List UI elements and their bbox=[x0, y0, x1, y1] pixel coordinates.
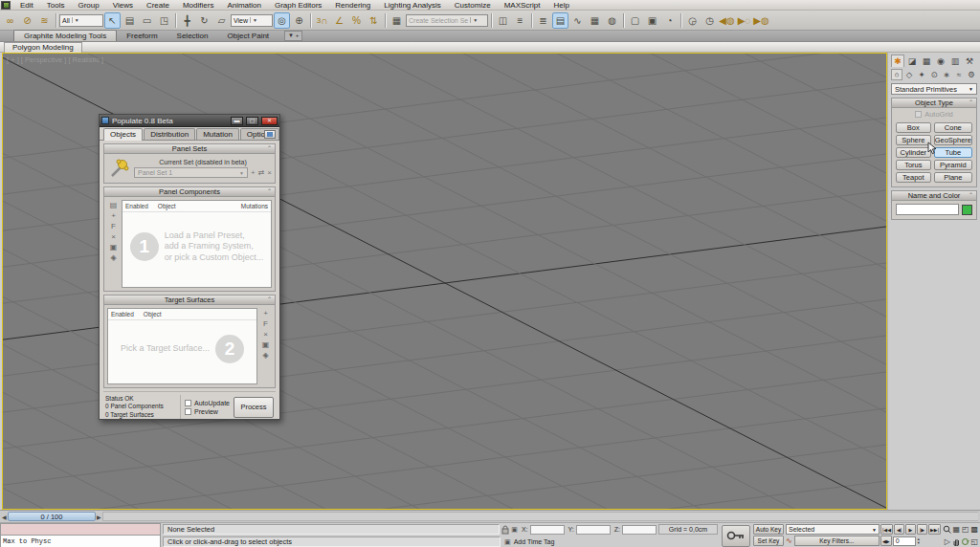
collapse-chevron-icon[interactable]: ⌃ bbox=[969, 191, 973, 198]
hierarchy-tab-icon[interactable]: ▦ bbox=[920, 55, 933, 67]
geosphere-button[interactable]: GeoSphere bbox=[934, 135, 972, 145]
set-key-button[interactable]: Set Key bbox=[753, 536, 784, 546]
default-in-out-tangents-icon[interactable]: ∿ bbox=[786, 536, 792, 545]
render-gallery-icon[interactable]: ◷ bbox=[702, 12, 718, 29]
menu-maxscript[interactable]: MAXScript bbox=[498, 0, 547, 11]
selection-filter-dropdown[interactable]: All▼ bbox=[59, 14, 103, 27]
menu-tools[interactable]: Tools bbox=[40, 0, 72, 11]
pyramid-button[interactable]: Pyramid bbox=[934, 160, 972, 170]
next-frame-button[interactable]: |▶ bbox=[917, 524, 927, 535]
cylinder-button[interactable]: Cylinder bbox=[896, 147, 931, 158]
selection-set-dropdown[interactable]: Selected▼ bbox=[786, 524, 880, 535]
target-surfaces-list[interactable]: Enabled Object Pick a Target Surface... … bbox=[107, 308, 257, 384]
box-button[interactable]: Box bbox=[896, 122, 931, 133]
absolute-mode-toggle-icon[interactable]: ▣ bbox=[511, 526, 518, 534]
geometry-icon[interactable]: ○ bbox=[891, 69, 902, 80]
menu-graph-editors[interactable]: Graph Editors bbox=[268, 0, 328, 11]
time-slider-handle[interactable]: 0 / 100 bbox=[8, 512, 96, 521]
menu-help[interactable]: Help bbox=[546, 0, 575, 11]
systems-icon[interactable]: ⚙ bbox=[966, 69, 977, 80]
tab-objects[interactable]: Objects bbox=[103, 128, 143, 141]
time-forward-arrow[interactable]: ▶ bbox=[97, 514, 101, 520]
render-in-cloud-icon[interactable]: ◶ bbox=[684, 12, 701, 29]
select-and-rotate-icon[interactable]: ↻ bbox=[196, 12, 212, 29]
pick-surface-icon[interactable]: F bbox=[263, 320, 268, 328]
autogrid-checkbox[interactable] bbox=[915, 111, 922, 118]
key-mode-toggle-button[interactable]: ◀▶ bbox=[880, 536, 892, 546]
frame-spinner[interactable]: ▲▼ bbox=[917, 537, 921, 545]
collapse-chevron-icon[interactable]: ⌃ bbox=[267, 187, 272, 194]
menu-rendering[interactable]: Rendering bbox=[328, 0, 377, 11]
spinner-snap-toggle-icon[interactable]: ⇅ bbox=[366, 12, 382, 29]
ribbon-config-dropdown-icon[interactable]: ▼ + bbox=[284, 31, 302, 41]
snaps-toggle-icon[interactable]: 3∩ bbox=[314, 12, 330, 29]
pin-component-icon[interactable]: ◈ bbox=[110, 254, 116, 262]
space-warps-icon[interactable]: ≈ bbox=[953, 69, 965, 80]
delete-panel-set-icon[interactable]: × bbox=[267, 169, 272, 177]
select-by-name-icon[interactable]: ▤ bbox=[122, 12, 138, 29]
orbit-icon[interactable] bbox=[961, 537, 969, 546]
tab-distribution[interactable]: Distribution bbox=[144, 128, 195, 140]
maximize-button[interactable]: ▢ bbox=[246, 117, 258, 125]
layer-manager-icon[interactable]: ≣ bbox=[535, 12, 551, 29]
object-color-swatch[interactable] bbox=[962, 205, 972, 215]
object-type-header[interactable]: Object Type⌃ bbox=[892, 98, 976, 108]
maxscript-mini-listener-macro[interactable] bbox=[0, 523, 161, 536]
use-pivot-point-center-icon[interactable]: ◎ bbox=[274, 12, 290, 29]
x-coordinate-field[interactable] bbox=[530, 525, 565, 535]
go-to-start-button[interactable]: |◀◀ bbox=[880, 524, 893, 535]
menu-create[interactable]: Create bbox=[140, 0, 176, 11]
helpers-icon[interactable]: ∗ bbox=[941, 69, 952, 80]
tab-mutation[interactable]: Mutation bbox=[196, 128, 239, 140]
tab-freeform[interactable]: Freeform bbox=[117, 31, 167, 41]
preview-checkbox[interactable] bbox=[185, 408, 191, 415]
zoom-extents-all-icon[interactable]: ▩ bbox=[970, 526, 978, 534]
time-tag-icon[interactable]: ▣ bbox=[504, 538, 511, 546]
collapse-chevron-icon[interactable]: ⌃ bbox=[969, 98, 973, 105]
create-tab-icon[interactable]: ✱ bbox=[891, 55, 904, 67]
menu-group[interactable]: Group bbox=[71, 0, 105, 11]
cone-button[interactable]: Cone bbox=[934, 122, 972, 133]
pan-hand-icon[interactable] bbox=[952, 537, 961, 546]
set-keys-button[interactable] bbox=[722, 525, 750, 547]
viewport-label[interactable]: [ + ] [ Perspective ] [ Realistic ] bbox=[7, 55, 103, 64]
display-tab-icon[interactable]: ▥ bbox=[948, 55, 962, 67]
go-to-end-button[interactable]: ▶▶| bbox=[928, 524, 941, 535]
named-selection-sets-dropdown[interactable]: Create Selection Se▼ bbox=[406, 14, 488, 27]
add-time-tag-label[interactable]: Add Time Tag bbox=[514, 538, 555, 545]
utilities-tab-icon[interactable]: ⚒ bbox=[963, 55, 976, 67]
render-setup-icon[interactable]: ▢ bbox=[627, 12, 643, 29]
auto-key-button[interactable]: Auto Key bbox=[753, 524, 784, 535]
primitive-category-dropdown[interactable]: Standard Primitives▼ bbox=[891, 83, 977, 95]
close-button[interactable]: ✕ bbox=[261, 117, 278, 125]
panel-set-dropdown[interactable]: Panel Set 1▼ bbox=[134, 167, 248, 178]
app-logo-icon[interactable] bbox=[1, 1, 11, 10]
zoom-all-icon[interactable]: ▦ bbox=[952, 526, 960, 534]
modify-tab-icon[interactable]: ◪ bbox=[905, 55, 919, 67]
load-panel-preset-icon[interactable]: ▤ bbox=[110, 202, 118, 209]
panel-components-list[interactable]: Enabled Object Mutations 1 Load a Panel … bbox=[122, 200, 272, 288]
previous-frame-button[interactable]: ◀| bbox=[894, 524, 904, 535]
pick-framing-system-icon[interactable]: F bbox=[111, 223, 116, 230]
copy-surface-icon[interactable]: ▣ bbox=[262, 341, 270, 349]
add-surface-icon[interactable]: + bbox=[263, 310, 268, 317]
angle-snap-toggle-icon[interactable]: ∠ bbox=[331, 12, 347, 29]
menu-views[interactable]: Views bbox=[106, 0, 140, 11]
track-bar[interactable] bbox=[102, 512, 978, 521]
motion-tab-icon[interactable]: ◉ bbox=[934, 55, 947, 67]
select-object-icon[interactable]: ↖ bbox=[104, 12, 121, 29]
current-frame-field[interactable]: 0 bbox=[893, 536, 916, 546]
edit-named-selection-sets-icon[interactable]: ▦ bbox=[389, 12, 405, 29]
menu-animation[interactable]: Animation bbox=[220, 0, 268, 11]
tab-selection[interactable]: Selection bbox=[167, 31, 218, 41]
shapes-icon[interactable]: ◇ bbox=[903, 69, 915, 80]
collapse-chevron-icon[interactable]: ⌃ bbox=[267, 295, 272, 302]
rectangular-selection-region-icon[interactable]: ▭ bbox=[139, 12, 155, 29]
render-final-icon[interactable]: ▶◍ bbox=[753, 12, 769, 29]
reference-coordinate-system-dropdown[interactable]: View▼ bbox=[231, 14, 273, 27]
curve-editor-icon[interactable]: ∿ bbox=[569, 12, 586, 29]
menu-lighting-analysis[interactable]: Lighting Analysis bbox=[377, 0, 448, 11]
plane-button[interactable]: Plane bbox=[934, 172, 972, 183]
y-coordinate-field[interactable] bbox=[576, 525, 611, 535]
select-and-scale-icon[interactable]: ▱ bbox=[213, 12, 230, 29]
